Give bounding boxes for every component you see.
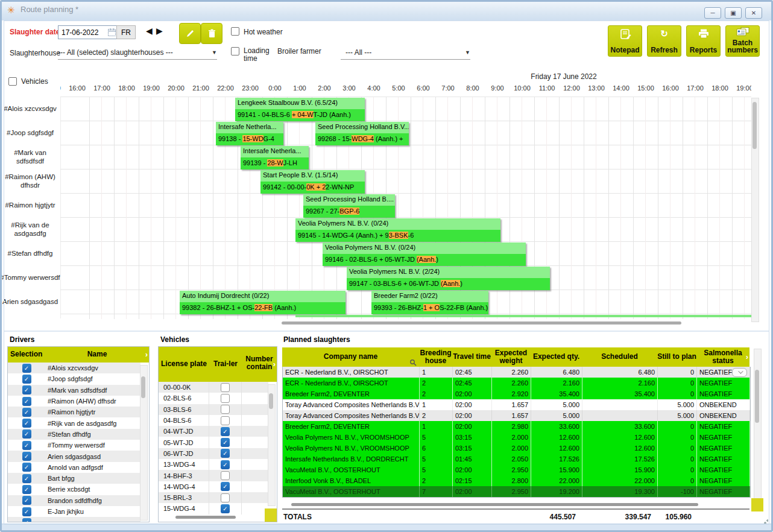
driver-row[interactable]: ✓#Mark van sdfsdfsdf bbox=[8, 385, 140, 396]
vehicle-row[interactable]: 14-WDG-4✓ bbox=[159, 481, 268, 492]
vehicle-row[interactable]: 15-BRL-3 bbox=[159, 492, 268, 503]
expand-arrow-icon[interactable]: › bbox=[273, 360, 276, 369]
slaughters-col-still[interactable]: Still to plan bbox=[657, 353, 696, 361]
slaughterhouse-select[interactable]: --- All (selected) slaughterhouses --- ▼ bbox=[58, 46, 217, 60]
slaughters-col-qty[interactable]: Expected qty. bbox=[531, 353, 582, 361]
calendar-icon[interactable] bbox=[108, 28, 116, 36]
slaughter-row[interactable]: ECR - Nederland B.V., OIRSCHOT102:452.26… bbox=[283, 367, 750, 378]
vehicle-trailer-checkbox[interactable]: ✓ bbox=[221, 482, 230, 491]
slaughter-row[interactable]: Toray Advanced Composites Netherlands B.… bbox=[283, 399, 750, 410]
driver-checkbox[interactable]: ✓ bbox=[22, 364, 31, 373]
driver-checkbox[interactable]: ✓ bbox=[22, 496, 31, 505]
vehicles-scrollbar[interactable] bbox=[268, 384, 276, 506]
expand-arrow-icon[interactable]: › bbox=[145, 350, 148, 359]
slaughters-horizontal-scrollbar[interactable] bbox=[291, 503, 698, 506]
slaughters-scrollbar[interactable] bbox=[754, 349, 762, 501]
vehicles-checkbox[interactable] bbox=[8, 77, 17, 86]
slaughter-row[interactable]: Intersafe Netherlands B.V., DORDRECHT501… bbox=[283, 454, 750, 464]
slaughter-row[interactable]: Veolia Polymers NL B.V., VROOMSHOOP503:1… bbox=[283, 432, 750, 443]
slaughters-col-house[interactable]: Breeding house bbox=[419, 349, 452, 365]
slaughters-col-scheduled[interactable]: Scheduled bbox=[582, 353, 657, 361]
slaughter-row[interactable]: ECR - Nederland B.V., OIRSCHOT202:452.26… bbox=[283, 378, 750, 388]
notepad-button[interactable]: Notepad bbox=[608, 25, 642, 57]
next-day-arrow[interactable]: ▶ bbox=[156, 26, 163, 36]
vehicle-trailer-checkbox[interactable] bbox=[221, 383, 230, 392]
driver-row[interactable]: ✓Arien sdgasdgasd bbox=[8, 451, 140, 461]
vehicle-trailer-checkbox[interactable]: ✓ bbox=[221, 427, 230, 436]
vehicle-trailer-checkbox[interactable] bbox=[221, 405, 230, 414]
vehicles-col-trailer[interactable]: Trai-ler bbox=[212, 360, 239, 368]
slaughters-col-travel[interactable]: Travel time bbox=[452, 353, 491, 361]
driver-row-partial[interactable]: ✓ bbox=[8, 517, 140, 522]
vehicle-row[interactable]: 13-WDG-4✓ bbox=[159, 459, 268, 470]
vehicles-header[interactable]: License plate Trai-ler Number contain › bbox=[159, 347, 277, 382]
vehicle-row[interactable]: 15-WDG-4✓ bbox=[159, 503, 268, 514]
vehicle-row[interactable]: 00-00-0K bbox=[159, 382, 268, 393]
driver-row[interactable]: ✓#Raimon hjgtjytr bbox=[8, 407, 140, 417]
vehicle-row[interactable]: 05-WT-JD✓ bbox=[159, 437, 268, 448]
driver-row[interactable]: ✓#Raimon (AHW) dfhsdr bbox=[8, 396, 140, 407]
slaughters-resize-grip[interactable] bbox=[751, 498, 763, 511]
slaughter-date-input[interactable]: 17-06-2022 bbox=[58, 25, 118, 39]
prev-day-arrow[interactable]: ◀ bbox=[146, 26, 153, 36]
gantt-bar[interactable]: Intersafe Netherla...99139 - 28-WJ-LH bbox=[241, 146, 309, 169]
delete-button[interactable] bbox=[201, 23, 222, 44]
gantt-horizontal-scrollbar[interactable] bbox=[282, 321, 681, 325]
driver-checkbox[interactable]: ✓ bbox=[22, 441, 31, 450]
driver-row[interactable]: ✓Arnold van adfgsdf bbox=[8, 462, 140, 473]
gantt-bar[interactable]: Breeder Farm2 (0/22)99393 - 26-BHZ-1 + O… bbox=[371, 291, 488, 314]
broiler-farmer-select[interactable]: --- All --- ▼ bbox=[341, 46, 470, 60]
driver-checkbox[interactable]: ✓ bbox=[22, 408, 31, 417]
gantt-bar[interactable]: Veolia Polymers NL B.V. (0/24)99146 - 02… bbox=[323, 242, 526, 266]
gantt-bar[interactable]: Intersafe Netherla...99138 - 15-WDG-4 bbox=[216, 122, 283, 145]
vehicle-row[interactable]: 02-BLS-6 bbox=[159, 393, 268, 404]
gantt-bar[interactable]: Lengkeek Staalbouw B.V. (6.5/24)99141 - … bbox=[235, 98, 365, 121]
slaughters-col-company[interactable]: Company name bbox=[282, 353, 419, 361]
vehicle-trailer-checkbox[interactable] bbox=[221, 471, 230, 480]
vehicles-scroll-thumb[interactable] bbox=[269, 393, 273, 409]
search-icon[interactable] bbox=[409, 359, 417, 366]
gantt-bar[interactable]: Seed Processing Holland B....99267 - 27-… bbox=[303, 194, 395, 218]
vehicle-row[interactable]: 03-BLS-6 bbox=[159, 404, 268, 415]
slaughters-col-status[interactable]: Salmonella status › bbox=[696, 349, 749, 365]
gantt-bar[interactable]: Auto Indumij Dordrecht (0/22)99382 - 26-… bbox=[180, 291, 345, 314]
vehicle-row[interactable]: 04-BLS-6 bbox=[159, 415, 268, 426]
drivers-scroll-thumb[interactable] bbox=[141, 376, 145, 398]
driver-row[interactable]: ✓Brandon sdfdfhdfg bbox=[8, 495, 140, 506]
driver-checkbox[interactable]: ✓ bbox=[22, 485, 31, 494]
driver-row[interactable]: ✓#Stefan dfhdfg bbox=[8, 429, 140, 440]
driver-checkbox[interactable]: ✓ bbox=[22, 463, 31, 472]
slaughter-row[interactable]: Toray Advanced Composites Netherlands B.… bbox=[283, 410, 750, 421]
weekday-button[interactable]: FR bbox=[116, 25, 136, 39]
vehicle-trailer-checkbox[interactable]: ✓ bbox=[221, 438, 230, 447]
slaughters-header[interactable]: Company name Breeding house Travel time … bbox=[282, 347, 749, 367]
gantt-bar[interactable]: Start People B.V. (1.5/14)99142 - 00-00-… bbox=[260, 170, 365, 194]
gantt-bar[interactable]: Veolia Polymers NL B.V. (0/24)99145 - 14… bbox=[295, 218, 500, 242]
vehicle-trailer-checkbox[interactable]: ✓ bbox=[221, 504, 230, 513]
refresh-button[interactable]: ↻ Refresh bbox=[647, 25, 681, 57]
driver-checkbox[interactable]: ✓ bbox=[22, 419, 31, 428]
vehicle-row[interactable]: 14-BHF-3 bbox=[159, 470, 268, 481]
driver-row[interactable]: ✓#Tommy werwersdf bbox=[8, 440, 140, 451]
slaughter-row[interactable]: Breeder Farm2, DEVENTER102:002.98033.600… bbox=[283, 421, 750, 432]
close-button[interactable]: ✕ bbox=[745, 7, 762, 19]
driver-checkbox[interactable]: ✓ bbox=[22, 385, 31, 394]
drivers-col-selection[interactable]: Selection bbox=[8, 350, 45, 358]
driver-checkbox[interactable]: ✓ bbox=[22, 429, 31, 439]
vehicle-trailer-checkbox[interactable] bbox=[221, 394, 230, 403]
loading-time-checkbox[interactable] bbox=[231, 47, 239, 55]
minimize-button[interactable]: ─ bbox=[704, 7, 721, 19]
driver-row[interactable]: ✓#Alois xzcvxsdgv bbox=[8, 363, 140, 373]
driver-row[interactable]: ✓Bart bfgg bbox=[8, 473, 140, 484]
vehicles-col-number[interactable]: Number contain bbox=[242, 355, 277, 373]
gantt-bar[interactable]: Seed Processing Holland B.V...99268 - 15… bbox=[315, 122, 409, 145]
gantt-grid[interactable]: Lengkeek Staalbouw B.V. (6.5/24)99141 - … bbox=[60, 97, 751, 319]
hot-weather-checkbox[interactable] bbox=[231, 27, 239, 36]
driver-checkbox[interactable]: ✓ bbox=[22, 518, 31, 522]
driver-checkbox[interactable]: ✓ bbox=[22, 507, 31, 516]
slaughter-row[interactable]: Veolia Polymers NL B.V., VROOMSHOOP603:1… bbox=[283, 443, 750, 454]
vehicles-horizontal-scrollbar[interactable] bbox=[175, 516, 236, 519]
expand-arrow-icon[interactable]: › bbox=[746, 353, 748, 361]
slaughter-row[interactable]: VacuMetal B.V., OOSTERHOUT502:002.95015.… bbox=[283, 464, 750, 475]
driver-checkbox[interactable]: ✓ bbox=[22, 474, 31, 483]
